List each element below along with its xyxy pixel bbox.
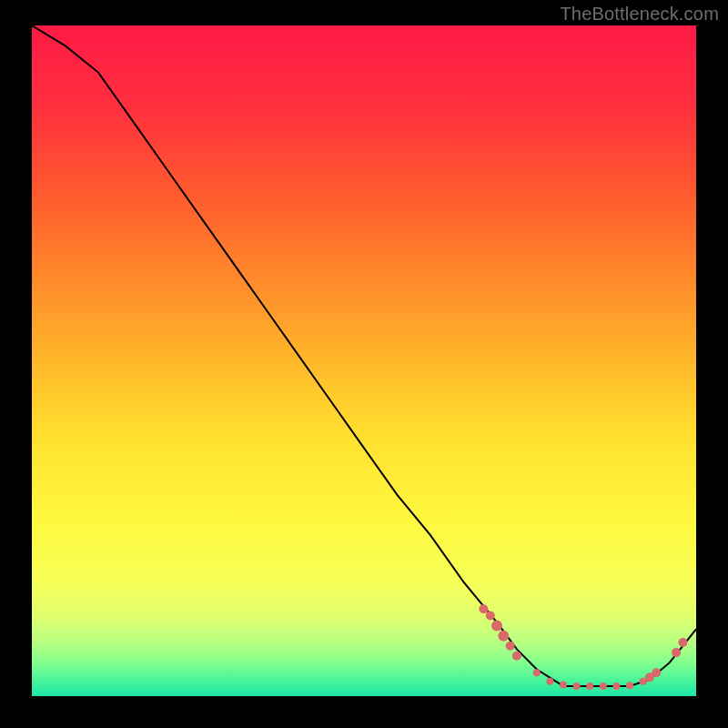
chart-line: [32, 25, 696, 686]
chart-marker: [586, 682, 593, 690]
chart-marker: [626, 682, 633, 689]
chart-markers: [479, 604, 687, 690]
chart-marker: [672, 648, 681, 657]
chart-marker: [546, 678, 553, 685]
chart-marker: [560, 681, 567, 688]
chart-marker: [573, 682, 581, 690]
chart-marker: [479, 604, 488, 613]
chart-marker: [600, 682, 607, 690]
chart-marker: [498, 631, 509, 642]
chart-marker: [533, 669, 541, 676]
chart-marker: [506, 642, 515, 651]
chart-marker: [491, 621, 502, 632]
chart-marker: [678, 638, 687, 647]
chart-curve-layer: [32, 25, 696, 696]
watermark-text: TheBottleneck.com: [560, 4, 719, 25]
chart-plot-area: [32, 25, 696, 696]
chart-marker: [486, 612, 495, 621]
chart-marker: [652, 668, 661, 677]
chart-marker: [512, 652, 521, 661]
chart-marker: [612, 682, 620, 690]
